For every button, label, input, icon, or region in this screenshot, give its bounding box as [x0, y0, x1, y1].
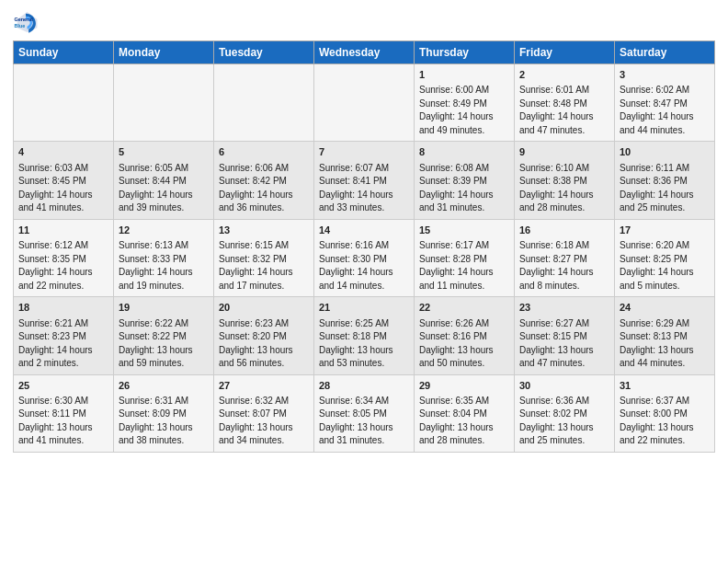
- day-number: 15: [419, 224, 509, 237]
- empty-cell: [214, 64, 314, 142]
- day-cell-30: 30Sunrise: 6:36 AM Sunset: 8:02 PM Dayli…: [515, 374, 615, 452]
- weekday-header-row: SundayMondayTuesdayWednesdayThursdayFrid…: [14, 41, 715, 64]
- day-info: Sunrise: 6:03 AM Sunset: 8:45 PM Dayligh…: [18, 162, 108, 215]
- day-info: Sunrise: 6:17 AM Sunset: 8:28 PM Dayligh…: [419, 239, 509, 293]
- empty-cell: [14, 64, 114, 142]
- day-number: 24: [620, 301, 710, 315]
- weekday-header-saturday: Saturday: [615, 41, 715, 64]
- day-cell-2: 2Sunrise: 6:01 AM Sunset: 8:48 PM Daylig…: [515, 64, 615, 142]
- day-cell-7: 7Sunrise: 6:07 AM Sunset: 8:41 PM Daylig…: [314, 142, 415, 219]
- day-number: 3: [620, 68, 710, 82]
- day-info: Sunrise: 6:05 AM Sunset: 8:44 PM Dayligh…: [119, 162, 209, 215]
- day-number: 22: [419, 301, 509, 315]
- day-cell-26: 26Sunrise: 6:31 AM Sunset: 8:09 PM Dayli…: [114, 374, 214, 452]
- day-cell-27: 27Sunrise: 6:32 AM Sunset: 8:07 PM Dayli…: [214, 374, 314, 452]
- day-cell-17: 17Sunrise: 6:20 AM Sunset: 8:25 PM Dayli…: [615, 219, 715, 296]
- day-number: 8: [419, 145, 509, 159]
- day-info: Sunrise: 6:22 AM Sunset: 8:22 PM Dayligh…: [119, 317, 209, 371]
- day-cell-16: 16Sunrise: 6:18 AM Sunset: 8:27 PM Dayli…: [515, 219, 615, 296]
- day-number: 1: [419, 68, 509, 82]
- weekday-header-sunday: Sunday: [14, 41, 114, 64]
- day-cell-23: 23Sunrise: 6:27 AM Sunset: 8:15 PM Dayli…: [515, 297, 615, 374]
- day-info: Sunrise: 6:10 AM Sunset: 8:38 PM Dayligh…: [519, 162, 609, 215]
- day-number: 29: [419, 379, 509, 393]
- header: General Blue: [13, 9, 715, 35]
- day-cell-15: 15Sunrise: 6:17 AM Sunset: 8:28 PM Dayli…: [415, 219, 515, 296]
- day-cell-6: 6Sunrise: 6:06 AM Sunset: 8:42 PM Daylig…: [214, 142, 314, 219]
- day-cell-22: 22Sunrise: 6:26 AM Sunset: 8:16 PM Dayli…: [415, 297, 515, 374]
- day-info: Sunrise: 6:06 AM Sunset: 8:42 PM Dayligh…: [219, 162, 309, 215]
- day-info: Sunrise: 6:13 AM Sunset: 8:33 PM Dayligh…: [119, 239, 209, 293]
- day-cell-21: 21Sunrise: 6:25 AM Sunset: 8:18 PM Dayli…: [314, 297, 415, 374]
- day-info: Sunrise: 6:31 AM Sunset: 8:09 PM Dayligh…: [119, 395, 209, 448]
- day-cell-13: 13Sunrise: 6:15 AM Sunset: 8:32 PM Dayli…: [214, 219, 314, 296]
- day-cell-8: 8Sunrise: 6:08 AM Sunset: 8:39 PM Daylig…: [415, 142, 515, 219]
- week-row-5: 25Sunrise: 6:30 AM Sunset: 8:11 PM Dayli…: [14, 374, 715, 452]
- calendar-table: SundayMondayTuesdayWednesdayThursdayFrid…: [13, 40, 715, 453]
- day-info: Sunrise: 6:00 AM Sunset: 8:49 PM Dayligh…: [419, 84, 509, 137]
- day-cell-29: 29Sunrise: 6:35 AM Sunset: 8:04 PM Dayli…: [415, 374, 515, 452]
- weekday-header-wednesday: Wednesday: [314, 41, 415, 64]
- day-cell-9: 9Sunrise: 6:10 AM Sunset: 8:38 PM Daylig…: [515, 142, 615, 219]
- day-info: Sunrise: 6:34 AM Sunset: 8:05 PM Dayligh…: [319, 395, 409, 448]
- day-number: 6: [219, 145, 309, 159]
- day-cell-18: 18Sunrise: 6:21 AM Sunset: 8:23 PM Dayli…: [14, 297, 114, 374]
- day-number: 28: [319, 379, 409, 393]
- day-info: Sunrise: 6:07 AM Sunset: 8:41 PM Dayligh…: [319, 162, 409, 215]
- day-number: 27: [219, 379, 309, 393]
- day-cell-28: 28Sunrise: 6:34 AM Sunset: 8:05 PM Dayli…: [314, 374, 415, 452]
- day-info: Sunrise: 6:29 AM Sunset: 8:13 PM Dayligh…: [620, 317, 710, 371]
- day-number: 20: [219, 301, 309, 315]
- day-info: Sunrise: 6:30 AM Sunset: 8:11 PM Dayligh…: [18, 395, 108, 448]
- day-info: Sunrise: 6:11 AM Sunset: 8:36 PM Dayligh…: [620, 162, 710, 215]
- day-number: 2: [519, 68, 609, 82]
- day-number: 21: [319, 301, 409, 315]
- day-number: 16: [519, 224, 609, 237]
- day-info: Sunrise: 6:36 AM Sunset: 8:02 PM Dayligh…: [519, 395, 609, 448]
- day-info: Sunrise: 6:16 AM Sunset: 8:30 PM Dayligh…: [319, 239, 409, 293]
- empty-cell: [314, 64, 415, 142]
- day-info: Sunrise: 6:35 AM Sunset: 8:04 PM Dayligh…: [419, 395, 509, 448]
- day-cell-31: 31Sunrise: 6:37 AM Sunset: 8:00 PM Dayli…: [615, 374, 715, 452]
- day-info: Sunrise: 6:01 AM Sunset: 8:48 PM Dayligh…: [519, 84, 609, 137]
- day-cell-14: 14Sunrise: 6:16 AM Sunset: 8:30 PM Dayli…: [314, 219, 415, 296]
- page: General Blue SundayMondayTuesdayWednesda…: [0, 0, 728, 462]
- weekday-header-thursday: Thursday: [415, 41, 515, 64]
- day-number: 5: [119, 145, 209, 159]
- weekday-header-monday: Monday: [114, 41, 214, 64]
- day-info: Sunrise: 6:21 AM Sunset: 8:23 PM Dayligh…: [18, 317, 108, 371]
- day-cell-25: 25Sunrise: 6:30 AM Sunset: 8:11 PM Dayli…: [14, 374, 114, 452]
- day-cell-4: 4Sunrise: 6:03 AM Sunset: 8:45 PM Daylig…: [14, 142, 114, 219]
- week-row-2: 4Sunrise: 6:03 AM Sunset: 8:45 PM Daylig…: [14, 142, 715, 219]
- svg-text:Blue: Blue: [15, 23, 26, 29]
- day-number: 9: [519, 145, 609, 159]
- day-cell-5: 5Sunrise: 6:05 AM Sunset: 8:44 PM Daylig…: [114, 142, 214, 219]
- day-number: 12: [119, 224, 209, 237]
- day-cell-19: 19Sunrise: 6:22 AM Sunset: 8:22 PM Dayli…: [114, 297, 214, 374]
- day-number: 23: [519, 301, 609, 315]
- day-number: 14: [319, 224, 409, 237]
- day-info: Sunrise: 6:32 AM Sunset: 8:07 PM Dayligh…: [219, 395, 309, 448]
- week-row-3: 11Sunrise: 6:12 AM Sunset: 8:35 PM Dayli…: [14, 219, 715, 296]
- day-number: 17: [620, 224, 710, 237]
- day-cell-10: 10Sunrise: 6:11 AM Sunset: 8:36 PM Dayli…: [615, 142, 715, 219]
- day-info: Sunrise: 6:02 AM Sunset: 8:47 PM Dayligh…: [620, 84, 710, 137]
- day-number: 31: [620, 379, 710, 393]
- day-info: Sunrise: 6:23 AM Sunset: 8:20 PM Dayligh…: [219, 317, 309, 371]
- day-number: 4: [18, 145, 108, 159]
- day-info: Sunrise: 6:08 AM Sunset: 8:39 PM Dayligh…: [419, 162, 509, 215]
- weekday-header-tuesday: Tuesday: [214, 41, 314, 64]
- day-info: Sunrise: 6:12 AM Sunset: 8:35 PM Dayligh…: [18, 239, 108, 293]
- empty-cell: [114, 64, 214, 142]
- day-cell-3: 3Sunrise: 6:02 AM Sunset: 8:47 PM Daylig…: [615, 64, 715, 142]
- logo: General Blue: [13, 9, 39, 35]
- logo-icon: General Blue: [13, 9, 39, 35]
- svg-text:General: General: [15, 17, 34, 22]
- day-info: Sunrise: 6:25 AM Sunset: 8:18 PM Dayligh…: [319, 317, 409, 371]
- day-cell-11: 11Sunrise: 6:12 AM Sunset: 8:35 PM Dayli…: [14, 219, 114, 296]
- day-number: 10: [620, 145, 710, 159]
- day-info: Sunrise: 6:37 AM Sunset: 8:00 PM Dayligh…: [620, 395, 710, 448]
- day-info: Sunrise: 6:27 AM Sunset: 8:15 PM Dayligh…: [519, 317, 609, 371]
- day-cell-1: 1Sunrise: 6:00 AM Sunset: 8:49 PM Daylig…: [415, 64, 515, 142]
- day-info: Sunrise: 6:18 AM Sunset: 8:27 PM Dayligh…: [519, 239, 609, 293]
